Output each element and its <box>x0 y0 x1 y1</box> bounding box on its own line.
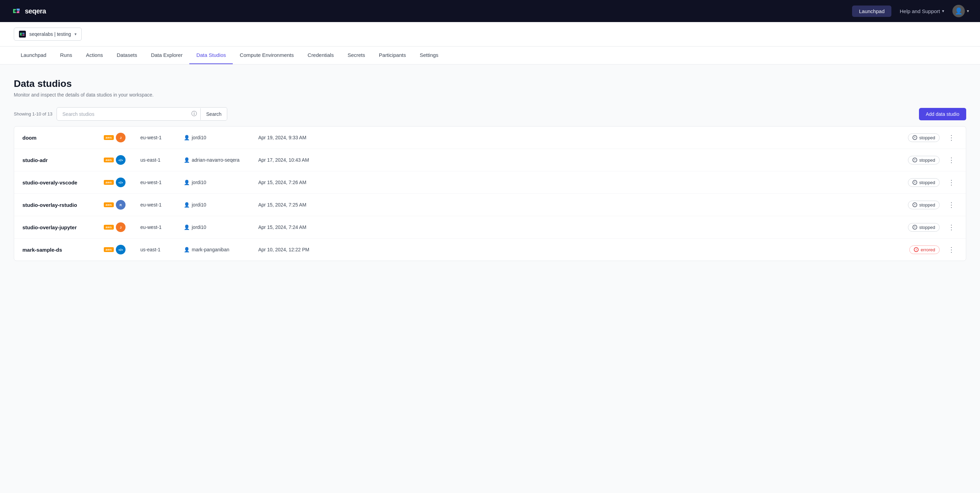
studio-region: eu-west-1 <box>140 202 178 208</box>
tab-settings[interactable]: Settings <box>413 46 445 64</box>
toolbar: Showing 1-10 of 13 ⓘ Search Add data stu… <box>14 107 966 121</box>
row-menu-button[interactable]: ⋮ <box>945 178 958 187</box>
help-chevron-icon: ▾ <box>942 9 944 13</box>
search-container: ⓘ Search <box>57 107 227 121</box>
studio-region: us-east-1 <box>140 157 178 163</box>
studio-date: Apr 15, 2024, 7:26 AM <box>258 180 902 185</box>
table-row: studio-overlay-jupyter aws J eu-west-1 👤… <box>14 216 966 239</box>
studio-date: Apr 15, 2024, 7:25 AM <box>258 202 902 208</box>
studio-name: studio-overlay-rstudio <box>22 202 98 208</box>
tab-participants[interactable]: Participants <box>372 46 413 64</box>
tab-secrets[interactable]: Secrets <box>341 46 372 64</box>
workspace-bar: seqeralabs | testing ▾ <box>0 22 980 46</box>
workspace-selector[interactable]: seqeralabs | testing ▾ <box>14 28 82 41</box>
table-row: mark-sample-ds aws </> us-east-1 👤 mark-… <box>14 239 966 261</box>
search-input[interactable] <box>57 108 188 120</box>
studios-table: doom aws J eu-west-1 👤 jordi10 Apr 19, 2 <box>14 126 966 261</box>
launchpad-nav-button[interactable]: Launchpad <box>852 6 891 17</box>
stopped-icon <box>912 180 917 185</box>
search-button[interactable]: Search <box>200 108 227 120</box>
status-badge: stopped <box>908 178 940 187</box>
studio-name: studio-adr <box>22 157 98 163</box>
workspace-label: seqeralabs | testing <box>29 31 71 37</box>
stopped-icon <box>912 157 917 162</box>
seqera-logo-icon <box>11 6 22 17</box>
studio-date: Apr 19, 2024, 9:33 AM <box>258 135 902 140</box>
tab-data-explorer[interactable]: Data Explorer <box>144 46 190 64</box>
row-menu-button[interactable]: ⋮ <box>945 155 958 165</box>
user-icon: 👤 <box>184 157 190 163</box>
studio-user: 👤 jordi10 <box>184 135 253 140</box>
studio-date: Apr 10, 2024, 12:22 PM <box>258 247 904 252</box>
logo: seqera <box>11 6 46 17</box>
stopped-icon <box>912 202 917 207</box>
search-info-button[interactable]: ⓘ <box>188 108 200 120</box>
row-menu-button[interactable]: ⋮ <box>945 245 958 254</box>
vscode-icon: </> <box>116 245 126 254</box>
studio-provider-icons: aws J <box>104 133 135 142</box>
svg-rect-0 <box>11 6 22 17</box>
errored-icon <box>914 247 919 252</box>
page-title: Data studios <box>14 78 966 89</box>
studio-name: doom <box>22 135 98 141</box>
user-icon: 👤 <box>184 224 190 230</box>
studio-region: eu-west-1 <box>140 224 178 230</box>
row-menu-button[interactable]: ⋮ <box>945 200 958 210</box>
studio-region: eu-west-1 <box>140 135 178 140</box>
stopped-icon <box>912 225 917 230</box>
aws-badge: aws <box>104 225 114 230</box>
row-menu-button[interactable]: ⋮ <box>945 133 958 142</box>
studio-provider-icons: aws </> <box>104 178 135 187</box>
page-subtitle: Monitor and inspect the details of data … <box>14 92 966 97</box>
studio-provider-icons: aws </> <box>104 245 135 254</box>
status-badge: stopped <box>908 200 940 209</box>
studio-name: studio-overlay-jupyter <box>22 224 98 230</box>
studio-user: 👤 jordi10 <box>184 224 253 230</box>
add-data-studio-button[interactable]: Add data studio <box>919 108 966 120</box>
logo-text: seqera <box>25 7 46 15</box>
studios-table-scroll[interactable]: doom aws J eu-west-1 👤 jordi10 Apr 19, 2 <box>14 127 966 261</box>
aws-badge: aws <box>104 135 114 140</box>
status-badge: stopped <box>908 134 940 142</box>
rstudio-icon: R <box>116 200 126 210</box>
avatar-chevron-icon[interactable]: ▾ <box>967 9 969 13</box>
help-support-link[interactable]: Help and Support ▾ <box>900 8 944 14</box>
studio-user: 👤 jordi10 <box>184 180 253 185</box>
workspace-chevron-icon: ▾ <box>75 32 76 37</box>
tab-data-studios[interactable]: Data Studios <box>189 46 233 64</box>
vscode-icon: </> <box>116 178 126 187</box>
tab-launchpad[interactable]: Launchpad <box>14 46 53 64</box>
table-row: doom aws J eu-west-1 👤 jordi10 Apr 19, 2 <box>14 127 966 149</box>
studio-date: Apr 15, 2024, 7:24 AM <box>258 224 902 230</box>
studio-user: 👤 jordi10 <box>184 202 253 208</box>
user-icon: 👤 <box>184 135 190 140</box>
tab-actions[interactable]: Actions <box>79 46 110 64</box>
studio-provider-icons: aws </> <box>104 155 135 165</box>
tab-runs[interactable]: Runs <box>53 46 79 64</box>
studio-name: mark-sample-ds <box>22 247 98 253</box>
aws-badge: aws <box>104 157 114 162</box>
svg-text:J: J <box>120 226 121 229</box>
table-row: studio-adr aws </> us-east-1 👤 adrian-na… <box>14 149 966 171</box>
navbar: seqera Launchpad Help and Support ▾ 👤 ▾ <box>0 0 980 22</box>
jupyter-icon: J <box>116 133 126 142</box>
tab-compute-environments[interactable]: Compute Environments <box>233 46 301 64</box>
avatar[interactable]: 👤 <box>952 5 965 17</box>
workspace-logo-icon <box>19 31 26 38</box>
status-badge: stopped <box>908 156 940 164</box>
studio-provider-icons: aws J <box>104 223 135 232</box>
main-content: Data studios Monitor and inspect the det… <box>0 64 980 493</box>
stopped-icon <box>912 135 917 140</box>
studio-user: 👤 mark-panganiban <box>184 247 253 252</box>
tab-credentials[interactable]: Credentials <box>301 46 341 64</box>
svg-text:</>: </> <box>118 248 123 252</box>
studio-region: us-east-1 <box>140 247 178 252</box>
vscode-icon: </> <box>116 155 126 165</box>
aws-badge: aws <box>104 202 114 207</box>
row-menu-button[interactable]: ⋮ <box>945 223 958 232</box>
svg-text:R: R <box>119 204 122 207</box>
tab-datasets[interactable]: Datasets <box>110 46 144 64</box>
table-row: studio-overaly-vscode aws </> eu-west-1 … <box>14 171 966 194</box>
status-badge: stopped <box>908 223 940 232</box>
showing-label: Showing 1-10 of 13 <box>14 111 52 116</box>
